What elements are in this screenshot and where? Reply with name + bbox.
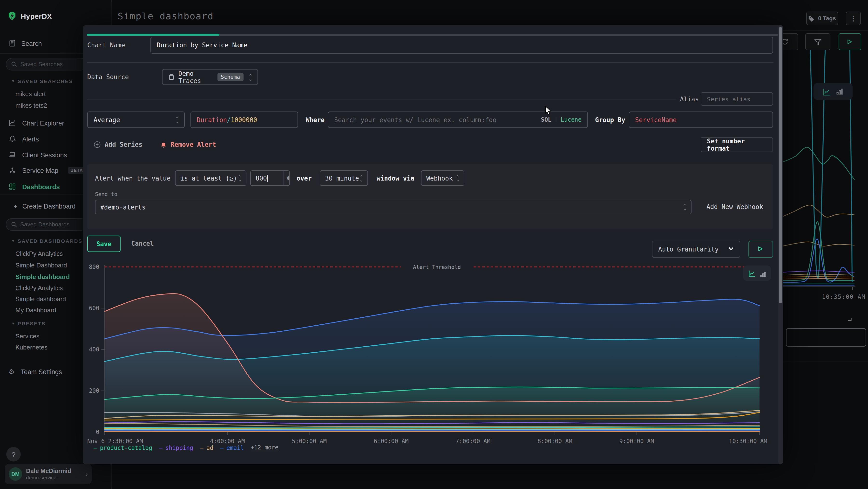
filter-icon xyxy=(814,38,822,46)
select-chevrons-icon: ⌃⌄ xyxy=(239,175,241,181)
y-axis-tick-label: 600 xyxy=(89,305,99,312)
chart-name-label: Chart Name xyxy=(87,41,125,49)
schema-badge: Schema xyxy=(217,73,244,81)
plus-circle-icon xyxy=(94,141,101,148)
legend-item[interactable]: —shipping xyxy=(159,444,193,451)
chart-legend: —product-catalog—shipping—ad—email+12 mo… xyxy=(94,444,278,451)
group-by-input[interactable]: ServiceName xyxy=(629,112,773,128)
set-number-format-button[interactable]: Set number format xyxy=(701,137,773,152)
beta-badge: BETA xyxy=(68,167,85,174)
background-panel-box xyxy=(786,328,866,347)
add-new-webhook-link[interactable]: Add New Webhook xyxy=(707,203,763,210)
x-axis-tick-label: 7:00:00 AM xyxy=(456,438,491,444)
background-divider xyxy=(782,362,868,362)
group-by-label: Group By xyxy=(595,116,625,123)
data-source-label: Data Source xyxy=(87,74,129,81)
tags-label: 0 Tags xyxy=(818,15,836,22)
data-source-select[interactable]: Demo Traces Schema ⌃⌄ xyxy=(162,69,258,85)
webhook-select[interactable]: #demo-alerts ⌃⌄ xyxy=(95,200,691,214)
magnifier-icon xyxy=(11,222,17,227)
alert-condition-select[interactable]: is at least (≥) ⌃⌄ xyxy=(175,170,246,186)
series-line-unnamed-yellow xyxy=(105,428,760,429)
alert-channel-select[interactable]: Webhook ⌃⌄ xyxy=(421,170,464,186)
send-to-label: Send to xyxy=(95,191,117,197)
help-button[interactable]: ? xyxy=(6,447,21,461)
more-menu-button[interactable]: ⋮ xyxy=(846,11,861,25)
background-chart-x-label: 10:35:00 AM xyxy=(796,293,866,300)
bar-chart-icon xyxy=(760,270,766,276)
where-label: Where xyxy=(306,116,324,123)
y-axis-tick-label: 0 xyxy=(96,429,99,435)
legend-item[interactable]: +12 more xyxy=(250,444,278,451)
filter-button[interactable] xyxy=(805,33,830,50)
legend-item[interactable]: —email xyxy=(220,444,244,451)
y-axis-tick-label: 200 xyxy=(89,387,99,394)
alert-window-select[interactable]: 30 minute ⌃⌄ xyxy=(320,170,368,186)
alias-label: Alias xyxy=(680,95,699,103)
alert-condition-value: is at least (≥) xyxy=(180,174,237,182)
magnifier-icon xyxy=(11,61,17,67)
dashboards-grid-icon xyxy=(9,183,17,191)
alert-channel-value: Webhook xyxy=(426,174,453,182)
y-axis-tick-label: 800 xyxy=(89,264,99,270)
alert-bell-icon xyxy=(160,141,167,148)
plus-icon: + xyxy=(13,202,18,210)
chevron-right-icon: › xyxy=(86,470,88,478)
x-axis-tick-label: 8:00:00 AM xyxy=(537,438,572,444)
x-axis-tick-label: Nov 6 2:30:00 AM xyxy=(87,438,143,444)
chart-explorer-icon xyxy=(9,119,17,127)
metric-expression-input[interactable]: Duration/1000000 xyxy=(190,112,298,128)
scrollbar-thumb[interactable] xyxy=(779,27,782,303)
play-icon xyxy=(846,38,854,46)
run-chart-button[interactable] xyxy=(748,241,773,258)
chart-type-toggle[interactable] xyxy=(743,265,771,281)
run-query-button-bg[interactable] xyxy=(839,33,861,50)
select-chevrons-icon: ⌃⌄ xyxy=(249,74,252,80)
avatar: DM xyxy=(9,467,22,481)
service-map-icon xyxy=(9,167,17,174)
remove-alert-button[interactable]: Remove Alert xyxy=(160,141,216,148)
user-menu[interactable]: DM Dale McDiarmid demo-service - › xyxy=(5,464,92,484)
chart-name-input[interactable] xyxy=(151,37,773,54)
database-icon xyxy=(168,74,175,80)
number-stepper[interactable]: ▲▼ xyxy=(283,171,289,185)
background-chart-type-toggle[interactable] xyxy=(813,83,852,100)
progress-bar-fill xyxy=(87,34,219,36)
laptop-icon xyxy=(9,151,17,159)
legend-item[interactable]: —product-catalog xyxy=(94,444,152,451)
aggregation-select[interactable]: Average ⌃⌄ xyxy=(87,112,185,128)
user-team: demo-service - xyxy=(26,474,82,480)
line-chart-icon xyxy=(823,88,830,95)
progress-bar xyxy=(87,34,778,36)
alert-prefix: Alert when the value xyxy=(95,175,170,182)
x-axis-tick-label: 4:00:00 AM xyxy=(210,438,245,444)
cancel-button[interactable]: Cancel xyxy=(131,236,154,251)
saved-dashboards-input[interactable]: Saved Dashboards xyxy=(6,218,87,231)
lucene-toggle[interactable]: Lucene xyxy=(561,116,582,123)
x-axis-tick-label: 10:30:00 AM xyxy=(729,438,767,444)
select-chevrons-icon: ⌃⌄ xyxy=(360,175,363,181)
modal-scrollbar[interactable] xyxy=(778,25,783,464)
expr-divisor: 1000000 xyxy=(231,116,257,123)
series-divider xyxy=(87,99,676,99)
panel-resize-handle[interactable] xyxy=(847,315,852,323)
alert-threshold-input[interactable]: 800 ▲▼ xyxy=(250,170,290,186)
page-title: Simple dashboard xyxy=(118,10,214,21)
chevron-down-icon: ▾ xyxy=(12,79,14,84)
granularity-select[interactable]: Auto Granularity xyxy=(652,241,740,258)
alert-threshold-value: 800 xyxy=(255,174,267,182)
tags-button[interactable]: 0 Tags xyxy=(806,11,838,25)
sql-toggle[interactable]: SQL xyxy=(541,116,551,123)
save-button[interactable]: Save xyxy=(87,236,121,252)
legend-item[interactable]: —ad xyxy=(200,444,213,451)
select-chevrons-icon: ⌃⌄ xyxy=(684,204,686,210)
saved-searches-input[interactable]: Saved Searches xyxy=(6,58,87,70)
add-series-button[interactable]: Add Series xyxy=(94,141,143,148)
edit-chart-modal: Chart Name Data Source Demo Traces Schem… xyxy=(83,25,783,464)
brand-name: HyperDX xyxy=(21,12,52,20)
expr-field: Duration xyxy=(197,116,227,123)
expr-operator: / xyxy=(227,116,231,123)
select-chevrons-icon: ⌃⌄ xyxy=(176,117,179,123)
sql-lucene-separator: | xyxy=(554,116,558,123)
alias-input[interactable]: Series alias xyxy=(701,92,773,106)
